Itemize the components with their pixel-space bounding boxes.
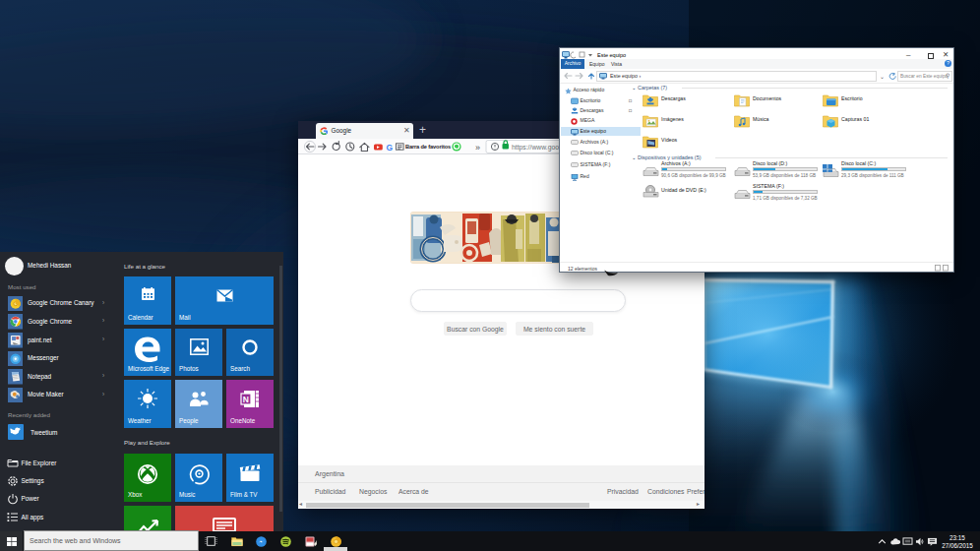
svg-text:»: » — [475, 143, 480, 153]
svg-text:G: G — [387, 143, 394, 153]
svg-text:Barra de favoritos: Barra de favoritos — [405, 144, 451, 150]
svg-text:N: N — [243, 395, 249, 404]
